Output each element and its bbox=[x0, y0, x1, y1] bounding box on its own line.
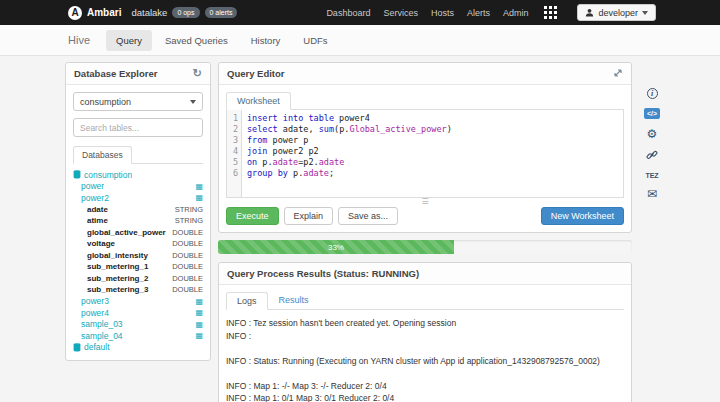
code-line: insert into table power4 bbox=[247, 113, 618, 124]
log-line: INFO : Map 1: 0/1 Map 3: 0/1 Reducer 2: … bbox=[226, 392, 624, 402]
caret-down-icon bbox=[642, 11, 648, 15]
code-token: p. bbox=[288, 168, 303, 178]
code-token: ; bbox=[329, 168, 334, 178]
log-line bbox=[226, 342, 624, 355]
code-line: join power2 p2 bbox=[247, 146, 618, 157]
query-editor-header: Query Editor bbox=[219, 63, 631, 85]
expand-icon[interactable] bbox=[613, 68, 623, 80]
table-row[interactable]: power4▦ bbox=[73, 307, 203, 319]
info-icon[interactable]: i bbox=[647, 88, 658, 99]
database-tree: consumptionpower▦power2▦adateSTRINGatime… bbox=[73, 169, 203, 353]
gear-icon[interactable]: ⚙ bbox=[647, 128, 658, 140]
code-line: select adate, sum(p.Global_active_power) bbox=[247, 124, 618, 135]
code-token: power4 bbox=[334, 113, 370, 123]
code-token: sum bbox=[319, 124, 334, 134]
database-row[interactable]: consumption bbox=[73, 169, 203, 181]
views-grid-icon[interactable] bbox=[544, 6, 557, 19]
column-row: atimeSTRING bbox=[73, 215, 203, 227]
tab-worksheet[interactable]: Worksheet bbox=[226, 92, 291, 110]
results-title: Query Process Results (Status: RUNNING) bbox=[227, 268, 419, 279]
line-number: 3 bbox=[227, 135, 238, 146]
save-as-button[interactable]: Save as... bbox=[338, 207, 398, 225]
results-tabs: Logs Results bbox=[226, 292, 624, 310]
column-row: adateSTRING bbox=[73, 204, 203, 216]
right-toolbar: i </> ⚙ TEZ ✉ bbox=[640, 88, 664, 200]
tab-databases[interactable]: Databases bbox=[73, 146, 132, 164]
progress-label: 33% bbox=[328, 243, 344, 252]
column-row: sub_metering_1DOUBLE bbox=[73, 261, 203, 273]
editor-gutter: 123456 bbox=[227, 110, 242, 197]
code-area[interactable]: insert into table power4select adate, su… bbox=[242, 110, 623, 197]
table-icon: ▦ bbox=[195, 193, 203, 202]
log-line: INFO : bbox=[226, 330, 624, 343]
database-explorer-title: Database Explorer bbox=[74, 68, 157, 79]
line-number: 6 bbox=[227, 168, 238, 179]
code-icon[interactable]: </> bbox=[644, 108, 660, 119]
nav-services[interactable]: Services bbox=[383, 8, 418, 18]
ambari-hive-view: A Ambari datalake 0 ops 0 alerts Dashboa… bbox=[0, 0, 720, 402]
mail-icon[interactable]: ✉ bbox=[647, 188, 657, 200]
editor-resize-handle[interactable]: ☰ bbox=[226, 198, 624, 206]
column-row: global_intensityDOUBLE bbox=[73, 250, 203, 262]
log-line: INFO : Tez session hasn't been created y… bbox=[226, 317, 624, 330]
results-body: Logs Results INFO : Tez session hasn't b… bbox=[219, 285, 631, 402]
cluster-name: datalake bbox=[131, 7, 167, 18]
table-row[interactable]: power▦ bbox=[73, 181, 203, 193]
new-worksheet-button[interactable]: New Worksheet bbox=[541, 207, 624, 225]
nav-admin[interactable]: Admin bbox=[503, 8, 529, 18]
code-token: group by bbox=[247, 168, 288, 178]
code-token: join bbox=[247, 146, 267, 156]
database-icon bbox=[73, 170, 81, 179]
query-progress-bar: 33% bbox=[218, 240, 632, 254]
log-line: INFO : Status: Running (Executing on YAR… bbox=[226, 355, 624, 368]
ambari-logo-icon: A bbox=[68, 6, 82, 20]
alerts-badge: 0 alerts bbox=[205, 7, 238, 18]
nav-dashboard[interactable]: Dashboard bbox=[326, 8, 370, 18]
caret-down-icon bbox=[190, 100, 196, 104]
table-row[interactable]: power3▦ bbox=[73, 296, 203, 308]
link-icon[interactable] bbox=[646, 149, 658, 163]
table-icon: ▦ bbox=[195, 182, 203, 191]
tab-results[interactable]: Results bbox=[269, 292, 319, 309]
tab-query[interactable]: Query bbox=[106, 30, 152, 51]
brand-name: Ambari bbox=[87, 7, 121, 18]
table-icon: ▦ bbox=[195, 308, 203, 317]
tab-history[interactable]: History bbox=[241, 30, 291, 51]
table-row[interactable]: power2▦ bbox=[73, 192, 203, 204]
code-token: insert into table bbox=[247, 113, 334, 123]
code-line: from power p bbox=[247, 135, 618, 146]
tab-logs[interactable]: Logs bbox=[226, 292, 268, 310]
table-icon: ▦ bbox=[195, 320, 203, 329]
editor-buttons: Execute Explain Save as... New Worksheet bbox=[226, 207, 624, 225]
explain-button[interactable]: Explain bbox=[284, 207, 334, 225]
code-token: power p bbox=[267, 135, 308, 145]
code-token: adate bbox=[273, 157, 299, 167]
table-search-input[interactable] bbox=[73, 118, 203, 137]
refresh-icon[interactable]: ↻ bbox=[193, 68, 202, 79]
code-line: group by p.adate; bbox=[247, 168, 618, 179]
column-row: sub_metering_2DOUBLE bbox=[73, 273, 203, 285]
results-header: Query Process Results (Status: RUNNING) bbox=[219, 263, 631, 285]
tez-button[interactable]: TEZ bbox=[645, 172, 658, 179]
tab-saved-queries[interactable]: Saved Queries bbox=[155, 30, 238, 51]
sql-editor[interactable]: 123456 insert into table power4select ad… bbox=[226, 110, 624, 198]
ops-badge: 0 ops bbox=[172, 7, 199, 18]
query-results-panel: Query Process Results (Status: RUNNING) … bbox=[218, 262, 632, 402]
code-token: adate bbox=[319, 157, 345, 167]
line-number: 1 bbox=[227, 113, 238, 124]
table-row[interactable]: sample_03▦ bbox=[73, 319, 203, 331]
tab-udfs[interactable]: UDFs bbox=[293, 30, 337, 51]
code-token: adate, bbox=[278, 124, 319, 134]
database-explorer-body: consumption Databases consumptionpower▦p… bbox=[66, 85, 210, 360]
execute-button[interactable]: Execute bbox=[226, 207, 279, 225]
database-explorer-header: Database Explorer ↻ bbox=[66, 63, 210, 85]
nav-hosts[interactable]: Hosts bbox=[431, 8, 454, 18]
table-row[interactable]: sample_04▦ bbox=[73, 330, 203, 342]
user-menu-button[interactable]: developer bbox=[577, 4, 656, 21]
nav-alerts[interactable]: Alerts bbox=[467, 8, 490, 18]
database-select[interactable]: consumption bbox=[73, 92, 203, 111]
log-line bbox=[226, 367, 624, 380]
database-row[interactable]: default bbox=[73, 342, 203, 354]
code-token: p. bbox=[257, 157, 272, 167]
user-icon bbox=[585, 8, 594, 17]
